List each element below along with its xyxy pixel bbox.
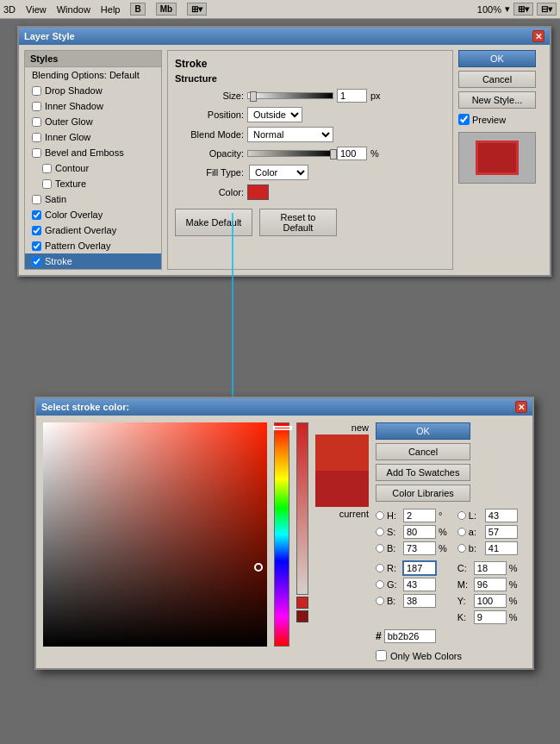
b2-label: B:	[387, 596, 401, 606]
outer-glow-checkbox[interactable]	[32, 117, 41, 127]
r-radio[interactable]	[376, 564, 384, 572]
color-new-swatch	[315, 435, 369, 471]
inner-shadow-checkbox[interactable]	[32, 102, 41, 111]
size-input[interactable]	[337, 89, 367, 103]
b2-radio[interactable]	[376, 597, 384, 605]
h-input[interactable]	[403, 509, 436, 522]
menu-3d[interactable]: 3D	[3, 4, 16, 15]
sidebar-item-outer-glow[interactable]: Outer Glow	[25, 114, 161, 129]
b3-radio[interactable]	[457, 544, 466, 553]
k-input[interactable]	[474, 610, 507, 624]
zoom-level[interactable]: 100%	[477, 4, 501, 15]
hsb-rgb-col: H: ° S: % B: %	[376, 509, 447, 624]
a-radio[interactable]	[457, 528, 466, 536]
ok-button[interactable]: OK	[458, 50, 536, 67]
cancel-button[interactable]: Cancel	[458, 71, 536, 88]
color-libraries-button[interactable]: Color Libraries	[376, 485, 470, 502]
sidebar-item-stroke[interactable]: Stroke	[25, 253, 161, 269]
sidebar-item-inner-shadow[interactable]: Inner Shadow	[25, 98, 161, 114]
opacity-input[interactable]	[337, 147, 367, 160]
a-input[interactable]	[485, 525, 518, 539]
opacity-slider[interactable]	[247, 150, 333, 157]
s-radio[interactable]	[376, 528, 384, 536]
menu-help[interactable]: Help	[101, 4, 121, 15]
r-input[interactable]	[403, 561, 436, 575]
color-overlay-checkbox[interactable]	[32, 210, 41, 220]
sidebar-item-blending-options[interactable]: Blending Options: Default	[25, 67, 161, 83]
sidebar-item-bevel-emboss[interactable]: Bevel and Emboss	[25, 145, 161, 160]
b-radio[interactable]	[376, 544, 384, 553]
new-style-button[interactable]: New Style...	[458, 91, 536, 109]
inner-glow-checkbox[interactable]	[32, 133, 41, 142]
c-input[interactable]	[474, 561, 507, 575]
drop-shadow-checkbox[interactable]	[32, 86, 41, 96]
icon-layout[interactable]: ⊞▾	[187, 3, 207, 16]
b2-input[interactable]	[403, 594, 436, 608]
sidebar-item-color-overlay[interactable]: Color Overlay	[25, 207, 161, 222]
color-picker-close-button[interactable]: ✕	[515, 401, 527, 413]
hue-slider[interactable]	[274, 422, 289, 647]
small-swatch-top[interactable]	[296, 597, 308, 609]
contour-checkbox[interactable]	[42, 164, 52, 173]
fill-type-select[interactable]: Color Gradient Pattern	[249, 165, 308, 180]
satin-checkbox[interactable]	[32, 195, 41, 204]
sidebar-item-satin[interactable]: Satin	[25, 191, 161, 207]
l-row: L:	[457, 509, 518, 522]
color-current-swatch	[315, 471, 369, 507]
pattern-overlay-checkbox[interactable]	[32, 241, 41, 251]
blend-mode-label: Blend Mode:	[175, 129, 244, 140]
zoom-dropdown[interactable]: ▾	[505, 3, 510, 15]
l-radio[interactable]	[457, 511, 466, 520]
stroke-checkbox[interactable]	[32, 257, 41, 266]
hex-input[interactable]	[384, 629, 436, 643]
icon-tools[interactable]: ⊟▾	[537, 3, 557, 16]
b-input[interactable]	[403, 541, 436, 555]
g-input[interactable]	[403, 578, 436, 591]
sidebar-item-inner-glow[interactable]: Inner Glow	[25, 129, 161, 145]
fill-type-row: Fill Type: Color Gradient Pattern	[175, 165, 445, 180]
m-input[interactable]	[474, 578, 507, 591]
size-row: Size: px	[175, 89, 445, 103]
b3-input[interactable]	[485, 541, 518, 555]
g-radio[interactable]	[376, 580, 384, 589]
sidebar-item-drop-shadow[interactable]: Drop Shadow	[25, 83, 161, 98]
l-input[interactable]	[485, 509, 518, 522]
small-swatch-bottom[interactable]	[296, 610, 308, 622]
make-default-button[interactable]: Make Default	[175, 209, 252, 236]
color-field[interactable]	[43, 422, 267, 647]
color-picker-title: Select stroke color:	[41, 402, 129, 412]
gradient-overlay-checkbox[interactable]	[32, 226, 41, 235]
g-row: G:	[376, 578, 447, 591]
add-to-swatches-button[interactable]: Add To Swatches	[376, 464, 470, 481]
stroke-color-swatch[interactable]	[247, 184, 269, 200]
blend-mode-select[interactable]: Normal Multiply Screen	[247, 127, 333, 142]
preview-checkbox[interactable]	[458, 114, 470, 125]
menu-window[interactable]: Window	[57, 4, 90, 15]
alpha-slider[interactable]	[296, 422, 308, 595]
layer-style-close-button[interactable]: ✕	[532, 30, 544, 42]
texture-checkbox[interactable]	[42, 179, 52, 189]
reset-to-default-button[interactable]: Reset to Default	[259, 209, 337, 236]
sidebar-item-gradient-overlay[interactable]: Gradient Overlay	[25, 222, 161, 238]
cp-cancel-button[interactable]: Cancel	[376, 443, 470, 460]
position-select[interactable]: Outside Inside Center	[247, 107, 302, 122]
sidebar-item-pattern-overlay[interactable]: Pattern Overlay	[25, 238, 161, 253]
only-web-colors-checkbox[interactable]	[376, 650, 387, 661]
s-input[interactable]	[403, 525, 436, 539]
menu-view[interactable]: View	[26, 4, 47, 15]
bevel-emboss-checkbox[interactable]	[32, 148, 41, 158]
layer-style-titlebar: Layer Style ✕	[19, 28, 550, 45]
icon-b[interactable]: B	[130, 3, 145, 16]
y-input[interactable]	[474, 594, 507, 608]
cp-ok-button[interactable]: OK	[376, 422, 470, 440]
size-unit: px	[370, 91, 381, 101]
sidebar-item-contour[interactable]: Contour	[25, 160, 161, 176]
h-row: H: °	[376, 509, 447, 522]
h-radio[interactable]	[376, 511, 384, 520]
size-slider[interactable]	[247, 92, 333, 99]
icon-mb[interactable]: Mb	[156, 3, 177, 16]
stroke-panel: Stroke Structure Size: px Position: Outs…	[167, 50, 453, 270]
structure-section-title: Structure	[175, 73, 445, 84]
icon-grid[interactable]: ⊞▾	[513, 3, 533, 16]
sidebar-item-texture[interactable]: Texture	[25, 176, 161, 191]
